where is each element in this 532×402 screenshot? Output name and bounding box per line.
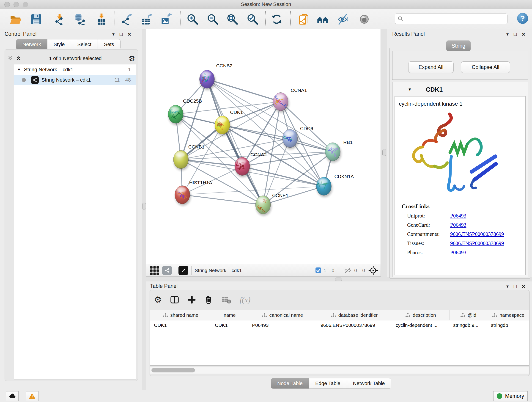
network-graph[interactable]: CCNB2CCNA1CDC25BCDK1CDC6RB1CCNB1CCNA2CDK… xyxy=(146,29,380,264)
first-neighbors-button[interactable] xyxy=(316,13,329,26)
network-edge[interactable] xyxy=(207,79,333,152)
table-horizontal-scrollbar[interactable] xyxy=(150,367,529,374)
table-cell[interactable]: cyclin-dependent ... xyxy=(392,320,450,330)
float-panel-icon[interactable]: ▾ xyxy=(506,282,509,290)
memory-status-button[interactable]: Memory xyxy=(493,391,528,401)
crosslink-link[interactable]: P06493 xyxy=(450,222,466,228)
network-row-selected[interactable]: String Network – cdk1 11 48 xyxy=(14,75,136,85)
table-cell[interactable]: stringdb xyxy=(487,320,529,330)
column-header-database-identifier[interactable]: database identifier xyxy=(317,310,392,320)
network-node-ccnb1[interactable]: CCNB1 xyxy=(173,144,205,171)
crosslink-link[interactable]: 9606.ENSP00000378699 xyxy=(450,231,504,237)
delete-column-icon[interactable] xyxy=(204,295,214,304)
help-button[interactable]: ? xyxy=(517,13,528,24)
cloud-status-button[interactable] xyxy=(6,391,19,401)
table-cell[interactable]: stringdb:9... xyxy=(450,320,487,330)
network-node-rb1[interactable]: RB1 xyxy=(325,140,353,163)
import-network-from-database-button[interactable] xyxy=(74,13,87,26)
network-edge[interactable] xyxy=(182,195,263,205)
delete-table-icon[interactable] xyxy=(222,295,231,304)
tab-network-table[interactable]: Network Table xyxy=(347,378,391,389)
tab-string[interactable]: String xyxy=(446,40,471,51)
crosslink-link[interactable]: P06493 xyxy=(450,249,466,255)
table-cell[interactable]: CDK1 xyxy=(150,320,211,330)
table-cell[interactable]: P06493 xyxy=(248,320,317,330)
add-column-icon[interactable] xyxy=(187,295,196,304)
tab-edge-table[interactable]: Edge Table xyxy=(309,378,347,389)
export-network-button[interactable] xyxy=(120,13,133,26)
zoom-in-button[interactable] xyxy=(186,13,199,26)
column-header-name[interactable]: name xyxy=(211,310,248,320)
function-builder-icon[interactable]: f(x) xyxy=(240,295,250,304)
scrollbar-thumb[interactable] xyxy=(152,368,195,372)
column-header--id[interactable]: @id xyxy=(450,310,487,320)
maximize-panel-icon[interactable]: □ xyxy=(514,282,517,290)
expand-all-icon[interactable] xyxy=(15,56,22,61)
network-node-hist1h1a[interactable]: HIST1H1A xyxy=(175,180,212,206)
tab-network[interactable]: Network xyxy=(16,39,47,50)
section-collapse-icon[interactable]: ▼ xyxy=(408,87,412,92)
left-splitter-handle[interactable] xyxy=(142,203,146,210)
show-all-button[interactable] xyxy=(358,13,371,26)
close-panel-icon[interactable]: × xyxy=(522,282,525,290)
network-node-cdkn1a[interactable]: CDKN1A xyxy=(317,174,354,197)
export-table-button[interactable] xyxy=(140,13,153,26)
save-session-button[interactable] xyxy=(30,13,43,26)
grid-view-icon[interactable] xyxy=(149,265,159,275)
table-cell[interactable]: CDK1 xyxy=(211,320,248,330)
tab-style[interactable]: Style xyxy=(47,39,71,50)
table-cell[interactable]: 9606.ENSP00000378699 xyxy=(317,320,392,330)
hide-selected-button[interactable] xyxy=(336,13,349,26)
expand-all-button[interactable]: Expand All xyxy=(408,61,454,73)
network-node-ccne1[interactable]: CCNE1 xyxy=(255,193,288,216)
export-image-button[interactable] xyxy=(160,13,173,26)
network-edge[interactable] xyxy=(207,79,263,205)
open-session-button[interactable] xyxy=(9,13,22,26)
tab-select[interactable]: Select xyxy=(71,39,98,50)
maximize-panel-icon[interactable]: □ xyxy=(514,30,517,38)
collapse-all-button[interactable]: Collapse All xyxy=(461,61,510,73)
right-splitter-handle[interactable] xyxy=(382,149,386,156)
horizontal-splitter-handle[interactable] xyxy=(335,278,342,281)
show-columns-icon[interactable] xyxy=(170,295,179,304)
column-header-shared-name[interactable]: shared name xyxy=(150,310,211,320)
import-network-file-button[interactable] xyxy=(53,13,66,26)
zoom-fit-button[interactable] xyxy=(226,13,239,26)
crosslink-link[interactable]: 9606.ENSP00000378699 xyxy=(450,240,504,246)
network-view-type-icon[interactable] xyxy=(162,266,172,275)
crosslink-link[interactable]: P06493 xyxy=(450,213,466,219)
close-panel-icon[interactable]: × xyxy=(522,30,525,38)
new-network-from-selection-button[interactable] xyxy=(298,13,310,26)
column-header-canonical-name[interactable]: canonical name xyxy=(248,310,317,320)
column-header-description[interactable]: description xyxy=(392,310,450,320)
float-panel-icon[interactable]: ▾ xyxy=(112,30,114,38)
tab-sets[interactable]: Sets xyxy=(98,39,120,50)
collapse-all-icon[interactable] xyxy=(7,56,14,61)
gene-section-header[interactable]: ▼ CDK1 xyxy=(392,84,528,95)
network-options-gear-icon[interactable]: ⚙ xyxy=(128,55,135,62)
network-edge[interactable] xyxy=(207,79,280,102)
network-node-ccnb2[interactable]: CCNB2 xyxy=(200,63,233,90)
maximize-panel-icon[interactable]: □ xyxy=(120,30,123,38)
tree-expand-icon[interactable]: ▼ xyxy=(17,68,21,72)
zoom-selected-button[interactable] xyxy=(246,13,259,26)
network-canvas[interactable]: CCNB2CCNA1CDC25BCDK1CDC6RB1CCNB1CCNA2CDK… xyxy=(146,29,381,264)
close-panel-icon[interactable]: × xyxy=(128,30,131,38)
search-input[interactable] xyxy=(405,16,507,22)
import-table-button[interactable] xyxy=(95,13,108,26)
selected-checkbox-icon[interactable] xyxy=(315,267,322,274)
warnings-button[interactable] xyxy=(26,391,38,401)
network-node-ccna1[interactable]: CCNA1 xyxy=(273,88,307,113)
column-header-namespace[interactable]: namespace xyxy=(487,310,529,320)
birdseye-navigator-icon[interactable] xyxy=(368,265,378,275)
table-options-gear-icon[interactable]: ⚙ xyxy=(154,296,162,303)
zoom-out-button[interactable] xyxy=(206,13,219,26)
refresh-view-button[interactable] xyxy=(270,13,283,26)
network-collection-row[interactable]: ▼ String Network – cdk1 1 xyxy=(14,64,136,75)
float-panel-icon[interactable]: ▾ xyxy=(506,30,509,38)
toolbar-search xyxy=(395,13,507,24)
detach-view-icon[interactable] xyxy=(178,266,188,275)
hidden-eye-slash-icon[interactable] xyxy=(344,268,352,274)
table-row[interactable]: CDK1CDK1P064939606.ENSP00000378699cyclin… xyxy=(150,320,529,330)
tab-node-table[interactable]: Node Table xyxy=(271,378,309,389)
